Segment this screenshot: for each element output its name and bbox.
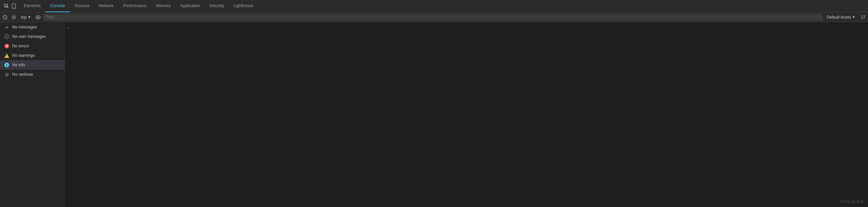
devtools-icons (1, 3, 19, 9)
inspect-icon[interactable] (3, 3, 9, 9)
filter-input[interactable] (43, 14, 823, 21)
svg-line-4 (4, 16, 6, 19)
sidebar: ≡No messages⊙No user messages✕No errors!… (0, 22, 65, 207)
tab-sources[interactable]: Sources (70, 0, 94, 12)
chevron-down-icon-levels: ▼ (852, 15, 855, 19)
warning-icon: ! (4, 53, 9, 58)
tab-bar: ElementsConsoleSourcesNetworkPerformance… (0, 0, 868, 12)
sidebar-item-label-messages: No messages (12, 25, 37, 29)
error-icon: ✕ (4, 43, 9, 49)
sidebar-items: ≡No messages⊙No user messages✕No errors!… (0, 22, 65, 79)
watermark: CSDN @`行走 (840, 199, 864, 204)
svg-point-5 (13, 16, 15, 18)
tab-memory[interactable]: Memory (151, 0, 175, 12)
sidebar-item-label-warnings: No warnings (12, 53, 35, 58)
verbose-icon: ⊞ (4, 72, 9, 77)
tab-security[interactable]: Security (205, 0, 229, 12)
sidebar-item-errors[interactable]: ✕No errors (0, 41, 65, 51)
sidebar-item-label-info: No info (12, 63, 25, 67)
console-caret: › (65, 24, 868, 31)
list-icon: ≡ (4, 24, 9, 30)
chevron-down-icon: ▼ (28, 15, 31, 19)
eye-icon[interactable] (35, 14, 42, 21)
sidebar-item-info[interactable]: iNo info (0, 60, 65, 70)
default-levels-label: Default levels (827, 15, 851, 20)
sidebar-item-verbose[interactable]: ⊞No verbose (0, 70, 65, 79)
tab-console[interactable]: Console (45, 0, 70, 12)
svg-point-6 (38, 17, 39, 18)
console-output: › (65, 22, 868, 207)
main-area: ≡No messages⊙No user messages✕No errors!… (0, 22, 868, 207)
context-selector[interactable]: top ▼ (19, 14, 33, 21)
sidebar-item-warnings[interactable]: !No warnings (0, 51, 65, 60)
sidebar-item-messages[interactable]: ≡No messages (0, 22, 65, 32)
default-levels-button[interactable]: Default levels ▼ (824, 14, 858, 21)
clear-console-button[interactable] (1, 14, 9, 21)
sidebar-item-user-messages[interactable]: ⊙No user messages (0, 32, 65, 41)
context-label: top (21, 15, 27, 20)
info-icon: i (4, 62, 9, 68)
message-count: 17 (860, 15, 867, 20)
user-icon: ⊙ (4, 34, 9, 39)
console-toolbar: top ▼ Default levels ▼ 17 (0, 12, 868, 22)
tab-network[interactable]: Network (94, 0, 118, 12)
svg-point-2 (14, 7, 14, 8)
tab-lighthouse[interactable]: Lighthouse (229, 0, 258, 12)
sidebar-item-label-user-messages: No user messages (12, 34, 46, 39)
tab-performance[interactable]: Performance (118, 0, 151, 12)
sidebar-item-label-errors: No errors (12, 44, 29, 48)
tab-elements[interactable]: Elements (19, 0, 45, 12)
svg-rect-0 (4, 4, 7, 6)
device-icon[interactable] (11, 3, 17, 9)
settings-icon[interactable] (10, 14, 18, 21)
tabs-container: ElementsConsoleSourcesNetworkPerformance… (19, 0, 258, 12)
tab-application[interactable]: Application (175, 0, 205, 12)
sidebar-item-label-verbose: No verbose (12, 72, 33, 77)
